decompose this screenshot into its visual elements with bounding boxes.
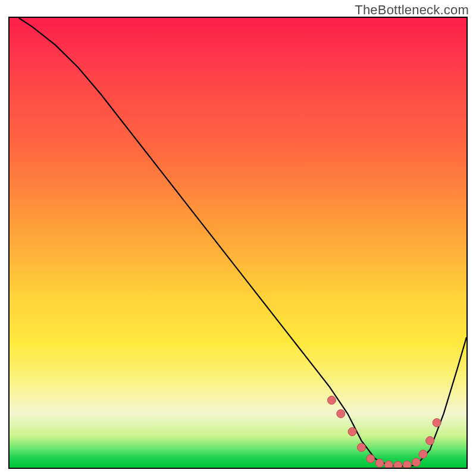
highlight-dot: [412, 458, 421, 466]
highlight-dot: [367, 455, 375, 463]
highlight-dot: [419, 450, 427, 458]
plot-frame: [8, 17, 468, 469]
highlight-dot: [426, 437, 434, 445]
highlight-dots-group: [327, 396, 441, 468]
highlight-dot: [433, 418, 441, 427]
highlight-dot: [337, 409, 345, 418]
highlight-dot: [327, 396, 336, 405]
highlight-dot: [357, 443, 365, 452]
bottleneck-curve: [18, 18, 466, 466]
highlight-dot: [348, 428, 356, 436]
highlight-dot: [394, 461, 402, 468]
highlight-dot: [375, 459, 384, 467]
curve-overlay: [10, 18, 466, 468]
chart-stage: TheBottleneck.com: [0, 0, 476, 476]
highlight-dot: [384, 461, 393, 468]
watermark-text: TheBottleneck.com: [355, 2, 469, 18]
highlight-dot: [403, 461, 411, 468]
